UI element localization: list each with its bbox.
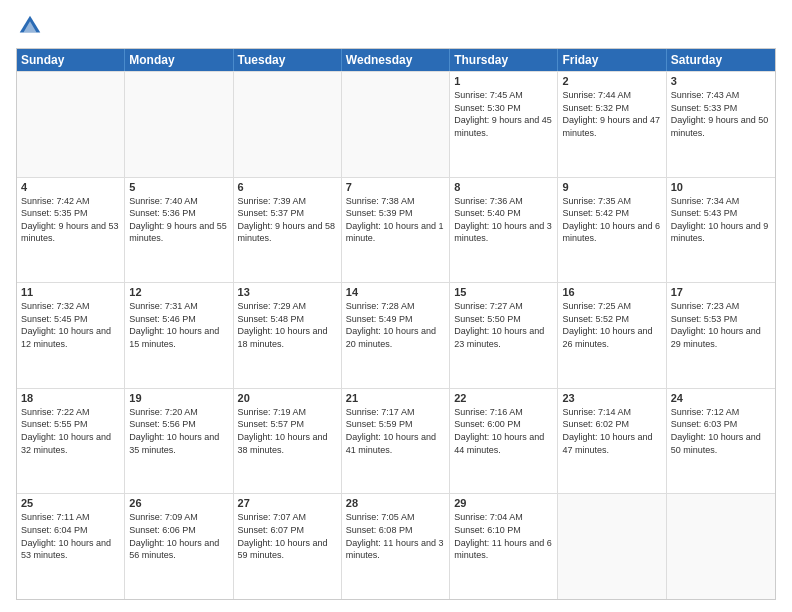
calendar-cell: 15Sunrise: 7:27 AMSunset: 5:50 PMDayligh… — [450, 283, 558, 388]
cell-info: Sunrise: 7:09 AMSunset: 6:06 PMDaylight:… — [129, 511, 228, 561]
cell-day-number: 5 — [129, 181, 228, 193]
cell-day-number: 4 — [21, 181, 120, 193]
calendar-header-cell: Tuesday — [234, 49, 342, 71]
cell-info: Sunrise: 7:45 AMSunset: 5:30 PMDaylight:… — [454, 89, 553, 139]
cell-day-number: 6 — [238, 181, 337, 193]
calendar-header-cell: Sunday — [17, 49, 125, 71]
cell-day-number: 2 — [562, 75, 661, 87]
cell-day-number: 28 — [346, 497, 445, 509]
cell-info: Sunrise: 7:07 AMSunset: 6:07 PMDaylight:… — [238, 511, 337, 561]
page-header — [16, 12, 776, 40]
cell-day-number: 1 — [454, 75, 553, 87]
cell-day-number: 27 — [238, 497, 337, 509]
calendar-cell: 16Sunrise: 7:25 AMSunset: 5:52 PMDayligh… — [558, 283, 666, 388]
cell-day-number: 16 — [562, 286, 661, 298]
cell-info: Sunrise: 7:29 AMSunset: 5:48 PMDaylight:… — [238, 300, 337, 350]
calendar-cell — [234, 72, 342, 177]
cell-day-number: 20 — [238, 392, 337, 404]
calendar-header-cell: Thursday — [450, 49, 558, 71]
cell-info: Sunrise: 7:32 AMSunset: 5:45 PMDaylight:… — [21, 300, 120, 350]
cell-day-number: 24 — [671, 392, 771, 404]
cell-info: Sunrise: 7:28 AMSunset: 5:49 PMDaylight:… — [346, 300, 445, 350]
calendar: SundayMondayTuesdayWednesdayThursdayFrid… — [16, 48, 776, 600]
cell-day-number: 12 — [129, 286, 228, 298]
cell-info: Sunrise: 7:42 AMSunset: 5:35 PMDaylight:… — [21, 195, 120, 245]
calendar-cell: 29Sunrise: 7:04 AMSunset: 6:10 PMDayligh… — [450, 494, 558, 599]
calendar-row: 1Sunrise: 7:45 AMSunset: 5:30 PMDaylight… — [17, 71, 775, 177]
cell-day-number: 23 — [562, 392, 661, 404]
cell-day-number: 21 — [346, 392, 445, 404]
calendar-row: 11Sunrise: 7:32 AMSunset: 5:45 PMDayligh… — [17, 282, 775, 388]
calendar-header-cell: Saturday — [667, 49, 775, 71]
calendar-cell: 21Sunrise: 7:17 AMSunset: 5:59 PMDayligh… — [342, 389, 450, 494]
cell-info: Sunrise: 7:05 AMSunset: 6:08 PMDaylight:… — [346, 511, 445, 561]
cell-info: Sunrise: 7:17 AMSunset: 5:59 PMDaylight:… — [346, 406, 445, 456]
calendar-header-cell: Wednesday — [342, 49, 450, 71]
logo-icon — [16, 12, 44, 40]
cell-day-number: 17 — [671, 286, 771, 298]
cell-info: Sunrise: 7:22 AMSunset: 5:55 PMDaylight:… — [21, 406, 120, 456]
cell-info: Sunrise: 7:25 AMSunset: 5:52 PMDaylight:… — [562, 300, 661, 350]
calendar-cell — [342, 72, 450, 177]
cell-day-number: 26 — [129, 497, 228, 509]
cell-info: Sunrise: 7:04 AMSunset: 6:10 PMDaylight:… — [454, 511, 553, 561]
cell-info: Sunrise: 7:16 AMSunset: 6:00 PMDaylight:… — [454, 406, 553, 456]
calendar-cell: 18Sunrise: 7:22 AMSunset: 5:55 PMDayligh… — [17, 389, 125, 494]
calendar-cell: 24Sunrise: 7:12 AMSunset: 6:03 PMDayligh… — [667, 389, 775, 494]
calendar-row: 25Sunrise: 7:11 AMSunset: 6:04 PMDayligh… — [17, 493, 775, 599]
calendar-cell: 3Sunrise: 7:43 AMSunset: 5:33 PMDaylight… — [667, 72, 775, 177]
cell-info: Sunrise: 7:43 AMSunset: 5:33 PMDaylight:… — [671, 89, 771, 139]
calendar-cell: 22Sunrise: 7:16 AMSunset: 6:00 PMDayligh… — [450, 389, 558, 494]
calendar-body: 1Sunrise: 7:45 AMSunset: 5:30 PMDaylight… — [17, 71, 775, 599]
cell-info: Sunrise: 7:11 AMSunset: 6:04 PMDaylight:… — [21, 511, 120, 561]
calendar-header: SundayMondayTuesdayWednesdayThursdayFrid… — [17, 49, 775, 71]
calendar-cell: 17Sunrise: 7:23 AMSunset: 5:53 PMDayligh… — [667, 283, 775, 388]
calendar-cell: 19Sunrise: 7:20 AMSunset: 5:56 PMDayligh… — [125, 389, 233, 494]
cell-day-number: 25 — [21, 497, 120, 509]
cell-info: Sunrise: 7:27 AMSunset: 5:50 PMDaylight:… — [454, 300, 553, 350]
cell-day-number: 13 — [238, 286, 337, 298]
calendar-cell: 13Sunrise: 7:29 AMSunset: 5:48 PMDayligh… — [234, 283, 342, 388]
cell-info: Sunrise: 7:39 AMSunset: 5:37 PMDaylight:… — [238, 195, 337, 245]
calendar-cell: 1Sunrise: 7:45 AMSunset: 5:30 PMDaylight… — [450, 72, 558, 177]
calendar-cell: 10Sunrise: 7:34 AMSunset: 5:43 PMDayligh… — [667, 178, 775, 283]
cell-info: Sunrise: 7:44 AMSunset: 5:32 PMDaylight:… — [562, 89, 661, 139]
calendar-cell: 20Sunrise: 7:19 AMSunset: 5:57 PMDayligh… — [234, 389, 342, 494]
calendar-header-cell: Monday — [125, 49, 233, 71]
cell-info: Sunrise: 7:38 AMSunset: 5:39 PMDaylight:… — [346, 195, 445, 245]
cell-info: Sunrise: 7:12 AMSunset: 6:03 PMDaylight:… — [671, 406, 771, 456]
cell-day-number: 14 — [346, 286, 445, 298]
cell-day-number: 10 — [671, 181, 771, 193]
calendar-cell: 27Sunrise: 7:07 AMSunset: 6:07 PMDayligh… — [234, 494, 342, 599]
cell-info: Sunrise: 7:20 AMSunset: 5:56 PMDaylight:… — [129, 406, 228, 456]
page: SundayMondayTuesdayWednesdayThursdayFrid… — [0, 0, 792, 612]
calendar-cell: 6Sunrise: 7:39 AMSunset: 5:37 PMDaylight… — [234, 178, 342, 283]
calendar-cell: 14Sunrise: 7:28 AMSunset: 5:49 PMDayligh… — [342, 283, 450, 388]
calendar-cell: 12Sunrise: 7:31 AMSunset: 5:46 PMDayligh… — [125, 283, 233, 388]
cell-info: Sunrise: 7:35 AMSunset: 5:42 PMDaylight:… — [562, 195, 661, 245]
calendar-row: 18Sunrise: 7:22 AMSunset: 5:55 PMDayligh… — [17, 388, 775, 494]
calendar-cell: 7Sunrise: 7:38 AMSunset: 5:39 PMDaylight… — [342, 178, 450, 283]
cell-info: Sunrise: 7:34 AMSunset: 5:43 PMDaylight:… — [671, 195, 771, 245]
cell-day-number: 11 — [21, 286, 120, 298]
cell-info: Sunrise: 7:40 AMSunset: 5:36 PMDaylight:… — [129, 195, 228, 245]
calendar-cell — [125, 72, 233, 177]
calendar-cell: 28Sunrise: 7:05 AMSunset: 6:08 PMDayligh… — [342, 494, 450, 599]
calendar-cell: 26Sunrise: 7:09 AMSunset: 6:06 PMDayligh… — [125, 494, 233, 599]
cell-day-number: 7 — [346, 181, 445, 193]
cell-day-number: 3 — [671, 75, 771, 87]
cell-day-number: 18 — [21, 392, 120, 404]
calendar-cell: 11Sunrise: 7:32 AMSunset: 5:45 PMDayligh… — [17, 283, 125, 388]
cell-day-number: 29 — [454, 497, 553, 509]
cell-day-number: 19 — [129, 392, 228, 404]
calendar-cell — [558, 494, 666, 599]
cell-day-number: 9 — [562, 181, 661, 193]
calendar-cell: 25Sunrise: 7:11 AMSunset: 6:04 PMDayligh… — [17, 494, 125, 599]
calendar-row: 4Sunrise: 7:42 AMSunset: 5:35 PMDaylight… — [17, 177, 775, 283]
cell-info: Sunrise: 7:19 AMSunset: 5:57 PMDaylight:… — [238, 406, 337, 456]
calendar-cell — [667, 494, 775, 599]
cell-info: Sunrise: 7:36 AMSunset: 5:40 PMDaylight:… — [454, 195, 553, 245]
calendar-cell: 23Sunrise: 7:14 AMSunset: 6:02 PMDayligh… — [558, 389, 666, 494]
cell-day-number: 15 — [454, 286, 553, 298]
cell-info: Sunrise: 7:23 AMSunset: 5:53 PMDaylight:… — [671, 300, 771, 350]
